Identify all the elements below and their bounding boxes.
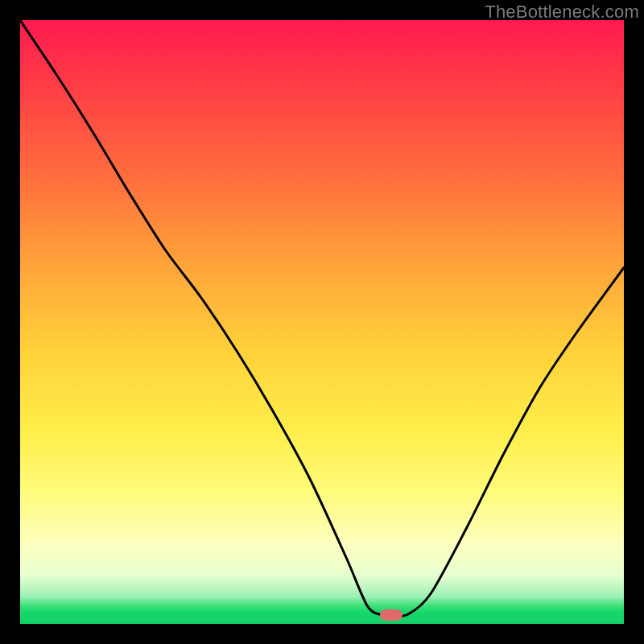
- optimum-marker: [380, 609, 402, 621]
- watermark-text: TheBottleneck.com: [485, 2, 639, 23]
- bottleneck-curve: [20, 20, 624, 624]
- chart-frame: TheBottleneck.com: [0, 0, 644, 644]
- plot-area: [20, 20, 624, 624]
